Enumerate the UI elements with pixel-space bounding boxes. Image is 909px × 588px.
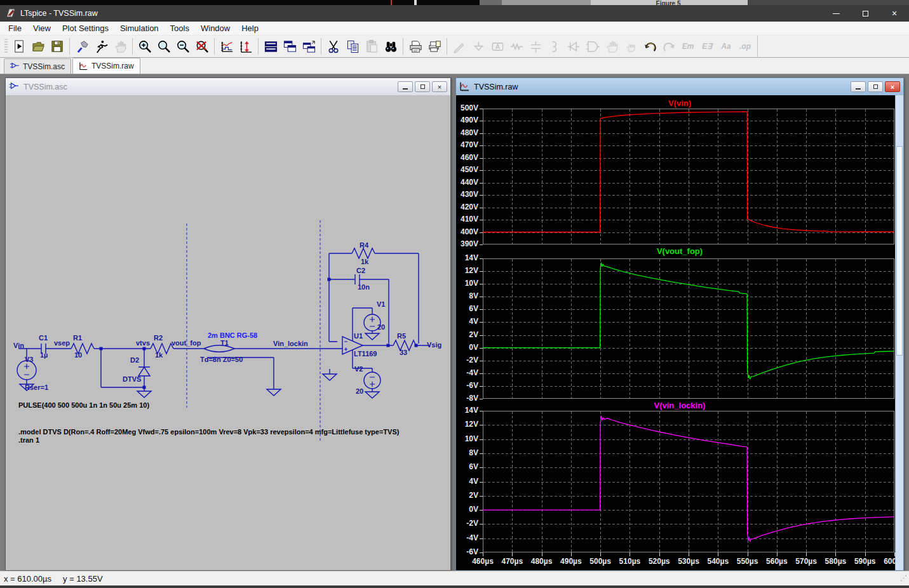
resize-grip[interactable]: ⋰ xyxy=(900,574,907,582)
copy-icon[interactable] xyxy=(343,37,362,55)
schematic-label[interactable]: 33 xyxy=(400,349,407,356)
y-axis[interactable]: 500V490V480V470V460V450V440V430V420V410V… xyxy=(456,109,483,244)
schematic-label[interactable]: LT1169 xyxy=(354,350,377,357)
schematic-label[interactable]: 10 xyxy=(74,351,82,359)
schematic-close-button[interactable]: × xyxy=(432,81,447,92)
schematic-label[interactable]: U1 xyxy=(354,332,363,340)
menu-item-view[interactable]: View xyxy=(27,22,57,36)
waveform-scrollbar[interactable] xyxy=(895,95,903,570)
schematic-maximize-button[interactable] xyxy=(415,81,430,92)
schematic-label[interactable]: R4 xyxy=(360,241,369,249)
waveform-plot-area[interactable]: V(vin)500V490V480V470V460V450V440V430V42… xyxy=(456,95,903,570)
close-icon: × xyxy=(892,8,897,18)
schematic-label[interactable]: Vsig xyxy=(427,341,441,349)
schematic-label[interactable]: 2m BNC RG-58 xyxy=(208,331,257,339)
cut-icon[interactable] xyxy=(324,37,343,55)
schematic-label[interactable]: C2 xyxy=(356,267,365,274)
restore-windows-icon[interactable] xyxy=(299,37,318,55)
find-icon[interactable] xyxy=(381,37,400,55)
trace-label-vvin_lockin[interactable]: V(vin_lockin) xyxy=(456,399,903,411)
schematic-label[interactable]: 10n xyxy=(358,283,370,291)
schematic-label[interactable]: Rser=1 xyxy=(25,384,48,391)
schematic-label[interactable]: C1 xyxy=(39,334,48,342)
waveform-maximize-button[interactable] xyxy=(868,81,883,92)
time-axis[interactable]: 460µs470µs480µs490µs500µs510µs520µs530µs… xyxy=(483,552,894,568)
schematic-label[interactable]: 20 xyxy=(356,387,363,395)
waveform-window-titlebar[interactable]: TVSSim.raw × xyxy=(456,78,903,95)
maximize-button[interactable] xyxy=(851,5,880,22)
schematic-label[interactable]: vtvs xyxy=(136,339,150,347)
schematic-label[interactable]: .tran 1 xyxy=(18,436,39,444)
y-axis[interactable]: 14V12V10V8V6V4V2V0V-2V-4V-6V xyxy=(456,411,483,552)
component-V2[interactable] xyxy=(364,372,380,389)
schematic-label[interactable]: V3 xyxy=(25,356,33,363)
schematic-label[interactable]: Vin_lockin xyxy=(273,340,308,347)
menu-item-help[interactable]: Help xyxy=(236,22,264,36)
plot-pane-1[interactable] xyxy=(483,258,894,399)
component-D2[interactable] xyxy=(138,367,150,376)
run-icon[interactable] xyxy=(91,37,111,55)
schematic-label[interactable]: vsep xyxy=(54,339,70,347)
save-icon[interactable] xyxy=(48,37,67,55)
tab-tvssim-raw[interactable]: TVSSim.raw xyxy=(72,58,140,74)
schematic-label[interactable]: .model DTVS D(Ron=.4 Roff=20Meg Vfwd=.75… xyxy=(18,428,400,436)
schematic-wires[interactable] xyxy=(18,253,430,392)
plot-pane-0[interactable] xyxy=(483,109,894,244)
autorange-icon[interactable] xyxy=(217,37,236,55)
waveform-close-button[interactable]: × xyxy=(885,81,900,92)
print-icon[interactable] xyxy=(406,37,425,55)
y-tick-mark xyxy=(480,183,483,184)
zoom-extents-icon[interactable] xyxy=(192,37,212,55)
component-R4[interactable] xyxy=(352,248,375,258)
schematic-label[interactable]: T1 xyxy=(220,339,229,347)
titlebar[interactable]: LTspice - TVSSim.raw × xyxy=(0,5,909,22)
fit-y-axis-icon[interactable] xyxy=(236,37,255,55)
schematic-label[interactable]: 20 xyxy=(377,323,385,331)
trace-label-vvin[interactable]: V(vin) xyxy=(456,97,903,109)
minimize-button[interactable] xyxy=(821,5,851,22)
menu-item-file[interactable]: File xyxy=(3,22,27,36)
toolbar-grip[interactable] xyxy=(4,39,8,54)
schematic-label[interactable]: R1 xyxy=(73,334,82,342)
schematic-canvas[interactable]: VinC11µvsepR110vtvsD2DTVSR21kvout_fop2m … xyxy=(6,95,450,570)
schematic-label[interactable]: 1k xyxy=(155,351,163,359)
menu-item-plot-settings[interactable]: Plot Settings xyxy=(57,22,114,36)
schematic-window[interactable]: TVSSim.asc × xyxy=(5,77,451,571)
schematic-label[interactable]: R2 xyxy=(154,334,163,342)
tile-windows-icon[interactable] xyxy=(261,37,280,55)
menu-item-tools[interactable]: Tools xyxy=(165,22,195,36)
print-preview-icon[interactable] xyxy=(425,37,444,55)
undo-icon[interactable] xyxy=(640,37,659,55)
schematic-label[interactable]: 1k xyxy=(361,258,369,265)
zoom-in-icon[interactable] xyxy=(135,37,154,55)
schematic-label[interactable]: 1µ xyxy=(40,351,48,359)
schematic-label[interactable]: V2 xyxy=(354,365,363,373)
schematic-label[interactable]: vout_fop xyxy=(172,339,201,347)
schematic-label[interactable]: DTVS xyxy=(123,375,141,383)
tab-tvssim-asc[interactable]: TVSSim.asc xyxy=(4,58,71,74)
y-axis[interactable]: 14V12V10V8V6V4V2V0V-2V-4V-6V-8V xyxy=(456,258,483,399)
trace-label-vvout_fop[interactable]: V(vout_fop) xyxy=(456,244,903,258)
waveform-window[interactable]: TVSSim.raw × V(vin)500V490V480V470V460V4… xyxy=(455,77,904,571)
open-icon[interactable] xyxy=(29,37,48,55)
schematic-label[interactable]: R5 xyxy=(397,332,406,340)
schematic-label[interactable]: Td=8n Z0=50 xyxy=(200,356,243,363)
new-schematic-icon[interactable] xyxy=(10,37,29,55)
close-button[interactable]: × xyxy=(880,5,909,22)
schematic-label[interactable]: PULSE(400 500 500u 1n 1n 50u 25m 10) xyxy=(18,401,149,409)
zoom-out-icon[interactable] xyxy=(173,37,192,55)
cascade-windows-icon[interactable] xyxy=(280,37,299,55)
waveform-minimize-button[interactable] xyxy=(851,81,866,92)
schematic-label[interactable]: D2 xyxy=(130,356,139,364)
schematic-label[interactable]: Vin xyxy=(13,342,24,349)
control-panel-icon[interactable] xyxy=(72,37,91,55)
scrollbar-thumb[interactable] xyxy=(896,146,903,356)
menu-item-simulation[interactable]: Simulation xyxy=(114,22,165,36)
schematic-label[interactable]: V1 xyxy=(377,300,385,308)
schematic-window-titlebar[interactable]: TVSSim.asc × xyxy=(6,78,450,95)
plot-pane-2[interactable] xyxy=(483,411,894,552)
schematic-minimize-button[interactable] xyxy=(398,81,413,92)
component-V3[interactable] xyxy=(17,361,36,380)
zoom-area-icon[interactable] xyxy=(154,37,173,55)
menu-item-window[interactable]: Window xyxy=(195,22,236,36)
